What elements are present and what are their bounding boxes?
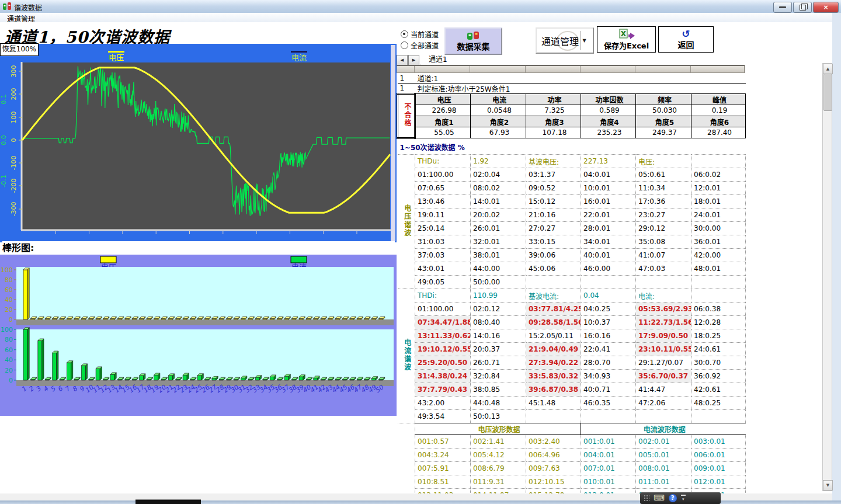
grid-cell: 09:28.58/1.56 [526, 316, 581, 329]
channel-manage-button[interactable]: 通道管理 ▼ [536, 27, 594, 54]
chevron-down-icon[interactable]: ▼ [580, 31, 588, 50]
grid-cell: 角度4 [581, 116, 636, 127]
minimize-icon [779, 6, 786, 8]
grid-cell [526, 410, 581, 423]
grid-cell: 35:6.70/0.37 [636, 370, 691, 383]
data-grid[interactable]: 1通道:11判定标准:功率小于25W条件1不合格电压电流功率功率因数频率峰值22… [397, 73, 746, 493]
minimize-button[interactable] [773, 2, 792, 13]
grid-cell: 17:0.36 [636, 195, 691, 208]
tab-channel1[interactable]: 通道1 [420, 55, 456, 65]
grid-cell: 15:0.12 [526, 195, 581, 208]
grid-cell: 19:0.11 [415, 208, 471, 222]
grid-cell: 55.05 [415, 127, 471, 138]
table-row: 31:0.0332:0.0133:0.1534:0.0135:0.0836:0.… [398, 235, 746, 249]
grid-cell: 28:0.70 [581, 356, 636, 370]
grid-cell: 015:12.78 [526, 489, 581, 494]
keyboard-icon[interactable]: ⌨ [654, 494, 665, 502]
help-icon[interactable]: ? [669, 494, 677, 502]
grid-cell: 33:0.15 [526, 235, 581, 249]
ime-toolbar[interactable]: ⌨ ? ▾ [640, 492, 721, 504]
grid-cell: 27:3.94/0.22 [526, 356, 581, 370]
table-row: 010:8.51011:9.31012:10.15010:0.01011:0.0… [398, 475, 746, 489]
grid-cell: 40:0.71 [581, 383, 636, 397]
drag-handle-icon[interactable] [644, 495, 649, 502]
svg-text:80: 80 [5, 276, 13, 284]
svg-text:-0.1: -0.1 [0, 175, 8, 187]
grid-cell: 02:0.12 [471, 303, 526, 316]
verdict-label: 不合格 [402, 103, 412, 127]
grid-cell: 47:2.06 [636, 397, 691, 410]
grid-cell: 06:0.38 [691, 303, 746, 316]
back-button[interactable]: ↺ 返回 [658, 26, 714, 53]
current-legend-swatch [291, 51, 307, 53]
svg-text:200: 200 [10, 88, 18, 100]
svg-text:0.1: 0.1 [0, 94, 8, 105]
grid-cell: 7.325 [526, 105, 581, 116]
grid-cell: 24:0.01 [691, 208, 746, 222]
grid-cell: 010:0.01 [581, 475, 636, 489]
scroll-down-button[interactable]: ▼ [823, 480, 833, 491]
tabbar: ◀ ▶ 通道1 [397, 55, 456, 65]
grid-cell [691, 155, 746, 168]
table-row: 07:34.47/1.8808:0.4009:28.58/1.5610:0.37… [398, 316, 746, 329]
table-row: 43:0.0144:0.0045:0.0646:0.0047:0.0348:0.… [398, 262, 746, 276]
restore-button[interactable] [793, 2, 812, 13]
grid-cell: 电压: [636, 155, 691, 168]
grid-cell: 24:0.61 [691, 343, 746, 356]
radio-icon [401, 41, 408, 49]
back-label: 返回 [678, 39, 694, 50]
save-excel-button[interactable]: X 保存为Excel [597, 26, 656, 53]
radio-current-channel[interactable]: 当前通道 [401, 29, 439, 39]
grid-cell: 18:0.25 [691, 329, 746, 343]
grid-cell: 005:0.01 [636, 449, 691, 462]
scroll-up-button[interactable]: ▲ [823, 64, 833, 74]
grid-cell: 50:0.00 [471, 276, 526, 289]
tab-scroll-left-button[interactable]: ◀ [397, 55, 408, 65]
table-row: 角度1角度2角度3角度4角度5角度6 [398, 116, 746, 127]
grid-cell: 001:0.57 [415, 435, 471, 449]
voltage-bar-legend-swatch [100, 256, 116, 263]
grid-cell: 06:0.02 [691, 168, 746, 182]
grid-cell: 007:5.91 [415, 462, 471, 475]
svg-text:0: 0 [10, 138, 18, 142]
grid-cell: 44:0.00 [471, 262, 526, 276]
grid-cell: 005:4.12 [471, 449, 526, 462]
grid-cell: 13:11.33/0.62 [415, 329, 471, 343]
grid-cell: 29:0.12 [636, 222, 691, 235]
grid-cell: 05:53.69/2.93 [636, 303, 691, 316]
grid-cell: 0.0548 [471, 105, 526, 116]
grid-cell: 电流 [471, 94, 526, 105]
grid-cell [526, 276, 581, 289]
collect-data-label: 数据采集 [457, 40, 490, 52]
grid-cell: 107.18 [526, 127, 581, 138]
scrollbar-thumb[interactable] [823, 74, 832, 111]
grid-cell: 45:1.48 [526, 397, 581, 410]
ime-options-icon[interactable]: ▾ [681, 495, 686, 502]
grid-cell: 235.23 [581, 127, 636, 138]
grid-cell: 电压谐波 [398, 155, 415, 289]
grid-cell: 38:0.01 [471, 249, 526, 262]
grid-cell: 07:34.47/1.88 [415, 316, 471, 329]
grid-cell: 功率因数 [581, 94, 636, 105]
table-row: 07:0.6508:0.0209:0.5210:0.0111:0.3412:0.… [398, 182, 746, 195]
grid-cell: 16:0.16 [581, 329, 636, 343]
grid-cell: 0.19 [691, 105, 746, 116]
tab-scroll-right-button[interactable]: ▶ [408, 55, 419, 65]
grid-cell: 42:0.00 [691, 249, 746, 262]
table-row: 37:0.0338:0.0139:0.0640:0.0141:0.0742:0.… [398, 249, 746, 262]
svg-text:20: 20 [5, 367, 13, 374]
vertical-scrollbar[interactable]: ▲ ▼ [822, 63, 832, 491]
svg-text:0: 0 [9, 316, 13, 324]
grid-cell: 电压 [415, 94, 471, 105]
grid-cell: 011:0.01 [636, 475, 691, 489]
radio-all-channels[interactable]: 全部通道 [401, 40, 439, 50]
collect-data-button[interactable]: 数据采集 [444, 27, 502, 55]
grid-cell: 角度3 [526, 116, 581, 127]
close-button[interactable]: × [813, 2, 839, 13]
grid-cell: 44:0.48 [471, 397, 526, 410]
restore-zoom-button[interactable]: 恢复100% [0, 43, 39, 56]
grid-cell: 50:0.13 [471, 410, 526, 423]
grid-cell: 26:0.01 [471, 222, 526, 235]
grid-cell: 227.13 [581, 155, 636, 168]
grid-cell: 22:0.01 [581, 208, 636, 222]
